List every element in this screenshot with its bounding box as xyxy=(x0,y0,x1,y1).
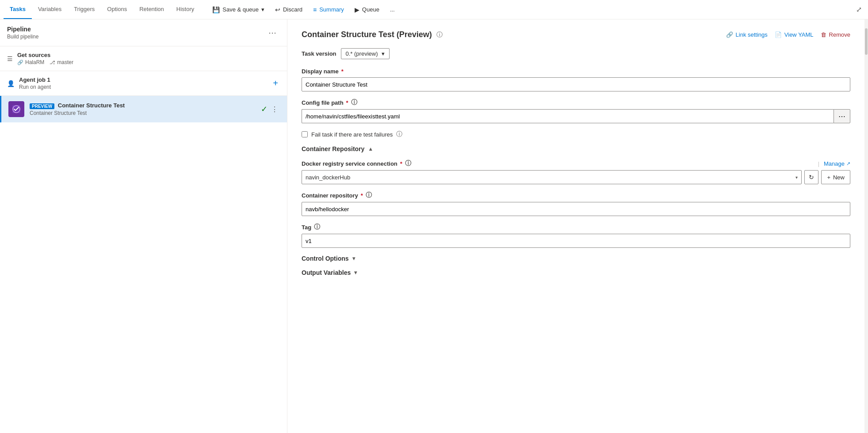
summary-button[interactable]: ≡ Summary xyxy=(309,4,348,16)
repo-name: HalaRM xyxy=(25,59,44,65)
agent-icon: 👤 xyxy=(7,80,15,87)
browse-button[interactable]: ⋯ xyxy=(834,109,850,123)
plus-icon: + xyxy=(827,174,830,181)
summary-icon: ≡ xyxy=(313,6,317,13)
separator: | xyxy=(818,160,819,167)
get-sources-label: Get sources xyxy=(17,52,280,58)
more-button[interactable]: ... xyxy=(386,4,399,15)
config-path-info-icon[interactable]: ⓘ xyxy=(351,99,357,106)
tag-input[interactable] xyxy=(302,234,850,248)
output-variables-label: Output Variables xyxy=(302,269,351,276)
branch-icon: ⎇ xyxy=(50,60,55,65)
refresh-icon: ↻ xyxy=(809,174,814,181)
remove-button[interactable]: 🗑 Remove xyxy=(821,31,850,38)
container-repository-header[interactable]: Container Repository ▲ xyxy=(302,145,850,152)
fail-task-info-icon[interactable]: ⓘ xyxy=(396,130,402,138)
tab-retention[interactable]: Retention xyxy=(133,0,170,19)
fail-task-row: Fail task if there are test failures ⓘ xyxy=(302,130,850,138)
discard-button[interactable]: ↩ Discard xyxy=(271,4,307,16)
repo-icon: 🔗 xyxy=(17,60,23,65)
pipeline-header: Pipeline Build pipeline ⋯ xyxy=(0,19,287,46)
display-name-row: Display name * xyxy=(302,68,850,91)
task-icon-svg xyxy=(11,104,21,114)
tab-triggers[interactable]: Triggers xyxy=(68,0,101,19)
save-dropdown-icon: ▾ xyxy=(261,6,264,13)
docker-registry-select[interactable]: navin_dockerHub ▾ xyxy=(302,170,802,184)
docker-registry-value: navin_dockerHub xyxy=(306,174,350,181)
title-info-icon[interactable]: ⓘ xyxy=(436,31,443,39)
container-repo-chevron-icon: ▲ xyxy=(368,146,373,152)
task-menu-button[interactable]: ⋮ xyxy=(269,103,280,115)
tag-info-icon[interactable]: ⓘ xyxy=(314,223,320,231)
control-options-header[interactable]: Control Options ▾ xyxy=(302,255,850,262)
task-item-name: Container Structure Test xyxy=(58,102,125,109)
task-version-select[interactable]: 0.* (preview) ▾ xyxy=(341,48,390,59)
docker-registry-dropdown-row: navin_dockerHub ▾ ↻ + New xyxy=(302,170,850,184)
output-variables-chevron-icon: ▾ xyxy=(354,270,357,276)
scrollbar-thumb[interactable] xyxy=(865,28,868,55)
nav-tabs: Tasks Variables Triggers Options Retenti… xyxy=(4,0,200,19)
task-icon xyxy=(8,101,24,117)
container-repo-input[interactable] xyxy=(302,202,850,216)
task-check-icon: ✓ xyxy=(261,104,268,114)
docker-registry-info-icon[interactable]: ⓘ xyxy=(405,160,411,167)
discard-icon: ↩ xyxy=(275,6,280,13)
add-task-button[interactable]: + xyxy=(271,76,280,90)
version-value: 0.* (preview) xyxy=(346,50,378,57)
config-path-required: * xyxy=(346,99,348,106)
queue-button[interactable]: ▶ Queue xyxy=(350,4,384,16)
refresh-button[interactable]: ↻ xyxy=(804,170,818,184)
pipeline-title: Pipeline xyxy=(7,26,38,33)
display-name-required: * xyxy=(341,68,344,75)
left-panel: Pipeline Build pipeline ⋯ ☰ Get sources … xyxy=(0,19,287,433)
top-nav: Tasks Variables Triggers Options Retenti… xyxy=(0,0,868,19)
config-path-input[interactable] xyxy=(302,109,834,123)
main-content: Pipeline Build pipeline ⋯ ☰ Get sources … xyxy=(0,19,868,433)
link-settings-button[interactable]: 🔗 Link settings xyxy=(726,31,768,38)
task-version-label: Task version xyxy=(302,50,336,57)
container-repo-info-icon[interactable]: ⓘ xyxy=(366,191,372,199)
pipeline-menu-button[interactable]: ⋯ xyxy=(265,26,280,39)
config-path-label: Config file path xyxy=(302,99,344,106)
fail-task-label[interactable]: Fail task if there are test failures xyxy=(311,131,393,138)
task-item-sub: Container Structure Test xyxy=(30,110,256,116)
sources-icon: ☰ xyxy=(7,55,13,62)
display-name-input[interactable] xyxy=(302,77,850,91)
docker-registry-required: * xyxy=(400,160,402,167)
version-chevron-icon: ▾ xyxy=(382,50,385,57)
control-options-chevron-icon: ▾ xyxy=(352,255,355,262)
container-repo-label: Container repository xyxy=(302,192,358,199)
tab-variables[interactable]: Variables xyxy=(32,0,68,19)
docker-registry-row: Docker registry service connection * ⓘ |… xyxy=(302,160,850,184)
tab-history[interactable]: History xyxy=(170,0,200,19)
task-title: Container Structure Test (Preview) xyxy=(302,30,432,39)
tag-row: Tag ⓘ xyxy=(302,223,850,248)
view-yaml-button[interactable]: 📄 View YAML xyxy=(775,31,814,38)
save-icon: 💾 xyxy=(212,6,220,13)
container-repo-required: * xyxy=(361,192,363,199)
fail-task-checkbox[interactable] xyxy=(302,131,308,137)
link-settings-icon: 🔗 xyxy=(726,31,733,38)
expand-button[interactable]: ⤢ xyxy=(853,3,864,16)
agent-job-row: 👤 Agent job 1 Run on agent + xyxy=(0,71,287,96)
scrollbar-track xyxy=(864,19,868,433)
output-variables-header[interactable]: Output Variables ▾ xyxy=(302,269,850,276)
tab-options[interactable]: Options xyxy=(101,0,133,19)
tab-tasks[interactable]: Tasks xyxy=(4,0,32,19)
right-panel: Container Structure Test (Preview) ⓘ 🔗 L… xyxy=(287,19,864,433)
pipeline-subtitle: Build pipeline xyxy=(7,34,38,40)
docker-registry-label: Docker registry service connection xyxy=(302,160,398,167)
task-item[interactable]: PREVIEW Container Structure Test Contain… xyxy=(0,96,287,122)
task-version-row: Task version 0.* (preview) ▾ xyxy=(302,48,850,59)
manage-link[interactable]: Manage ↗ xyxy=(824,160,850,167)
save-queue-button[interactable]: 💾 Save & queue ▾ xyxy=(208,4,269,16)
preview-badge: PREVIEW xyxy=(30,103,54,109)
queue-play-icon: ▶ xyxy=(355,6,359,13)
branch-name: master xyxy=(57,59,73,65)
nav-actions: 💾 Save & queue ▾ ↩ Discard ≡ Summary ▶ Q… xyxy=(208,4,399,16)
get-sources-row: ☰ Get sources 🔗 HalaRM ⎇ master xyxy=(0,46,287,71)
display-name-label: Display name xyxy=(302,68,339,75)
yaml-icon: 📄 xyxy=(775,31,782,38)
container-repo-row: Container repository * ⓘ xyxy=(302,191,850,216)
new-connection-button[interactable]: + New xyxy=(821,170,850,184)
